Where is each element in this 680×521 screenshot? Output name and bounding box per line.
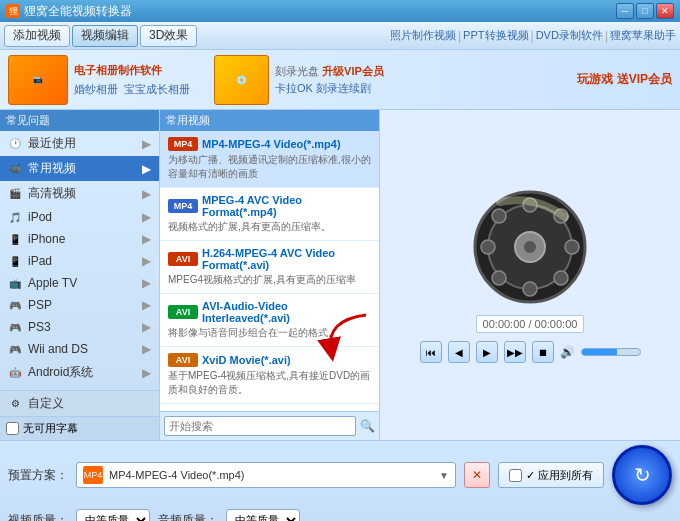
no-subtitle-label: 无可用字幕 bbox=[23, 421, 78, 436]
convert-button[interactable]: ↻ bbox=[612, 445, 672, 505]
format-title-xvid: XviD Movie(*.avi) bbox=[202, 354, 291, 366]
middle-panel: 常用视频 MP4 MP4-MPEG-4 Video(*.mp4) 为移动广播、视… bbox=[160, 110, 380, 440]
ipod-icon: 🎵 bbox=[8, 210, 22, 224]
format-title-mp4: MP4-MPEG-4 Video(*.mp4) bbox=[202, 138, 341, 150]
dvd-btn[interactable]: DVD录制软件 bbox=[536, 28, 603, 43]
badge-mp4: MP4 bbox=[168, 137, 198, 151]
pause-button[interactable]: ▶ bbox=[476, 341, 498, 363]
iphone-icon: 📱 bbox=[8, 232, 22, 246]
ad-wedding-link[interactable]: 婚纱相册 bbox=[74, 81, 118, 98]
apply-all-label: ✓ 应用到所有 bbox=[526, 468, 593, 483]
hd-icon: 🎬 bbox=[8, 187, 22, 201]
format-item-lossless[interactable]: AVI Lossless Uncompressed Avi(*.avi) 主要用… bbox=[160, 404, 379, 411]
app-title: 狸窝全能视频转换器 bbox=[24, 3, 132, 20]
close-button[interactable]: ✕ bbox=[656, 3, 674, 19]
stop-button[interactable]: ⏹ bbox=[532, 341, 554, 363]
apply-all-checkbox[interactable]: ✓ 应用到所有 bbox=[498, 462, 604, 488]
preset-dropdown-icon[interactable]: ▼ bbox=[439, 470, 449, 481]
ppt-btn[interactable]: PPT转换视频 bbox=[463, 28, 528, 43]
ipad-icon: 📱 bbox=[8, 254, 22, 268]
apply-all-check[interactable] bbox=[509, 469, 522, 482]
svg-point-11 bbox=[492, 271, 506, 285]
no-subtitle-check[interactable] bbox=[6, 422, 19, 435]
format-item-h264[interactable]: AVI H.264-MPEG-4 AVC Video Format(*.avi)… bbox=[160, 241, 379, 294]
apple-helper-btn[interactable]: 狸窝苹果助手 bbox=[610, 28, 676, 43]
common-video-label: 常用视频 bbox=[166, 113, 210, 128]
sidebar-item-ps3[interactable]: 🎮 PS3 ▶ bbox=[0, 316, 159, 338]
game-vip-text: 玩游戏 送VIP会员 bbox=[577, 71, 672, 88]
preset-bar[interactable]: MP4 MP4-MPEG-4 Video(*.mp4) ▼ bbox=[76, 462, 456, 488]
sidebar-item-hd[interactable]: 🎬 高清视频 ▶ bbox=[0, 181, 159, 206]
sidebar-item-ipod[interactable]: 🎵 iPod ▶ bbox=[0, 206, 159, 228]
ad-baby-link[interactable]: 宝宝成长相册 bbox=[124, 81, 190, 98]
format-list: MP4 MP4-MPEG-4 Video(*.mp4) 为移动广播、视频通讯定制… bbox=[160, 131, 379, 411]
audio-quality-select[interactable]: 中等质量 bbox=[226, 509, 300, 521]
sidebar-item-common[interactable]: 📹 常用视频 ▶ bbox=[0, 156, 159, 181]
sidebar-item-recent[interactable]: 🕐 最近使用 ▶ bbox=[0, 131, 159, 156]
svg-point-12 bbox=[554, 271, 568, 285]
format-title-avc: MPEG-4 AVC Video Format(*.mp4) bbox=[202, 194, 371, 218]
problem-label: 常见问题 bbox=[6, 113, 50, 128]
clear-preset-button[interactable]: ✕ bbox=[464, 462, 490, 488]
ad-card-link[interactable]: 卡拉OK 刻录连续剧 bbox=[275, 82, 371, 94]
minimize-button[interactable]: ─ bbox=[616, 3, 634, 19]
no-subtitle-checkbox[interactable]: 无可用字幕 bbox=[0, 416, 159, 440]
format-item-mp4[interactable]: MP4 MP4-MPEG-4 Video(*.mp4) 为移动广播、视频通讯定制… bbox=[160, 131, 379, 188]
format-item-xvid[interactable]: AVI XviD Movie(*.avi) 基于MPEG-4视频压缩格式,具有接… bbox=[160, 347, 379, 404]
format-desc-mp4: 为移动广播、视频通讯定制的压缩标准,很小的容量却有清晰的画质 bbox=[168, 153, 371, 181]
video-edit-button[interactable]: 视频编辑 bbox=[72, 25, 138, 47]
wii-icon: 🎮 bbox=[8, 342, 22, 356]
format-item-avi[interactable]: AVI AVI-Audio-Video Interleaved(*.avi) 将… bbox=[160, 294, 379, 347]
vip-block[interactable]: 玩游戏 送VIP会员 bbox=[577, 71, 672, 88]
ad-photo-title[interactable]: 电子相册制作软件 bbox=[74, 62, 190, 79]
sidebar-item-psp[interactable]: 🎮 PSP ▶ bbox=[0, 294, 159, 316]
svg-point-9 bbox=[492, 209, 506, 223]
play-button[interactable]: ⏮ bbox=[420, 341, 442, 363]
forward-button[interactable]: ▶▶ bbox=[504, 341, 526, 363]
ad-vip-link[interactable]: 升级VIP会员 bbox=[322, 65, 384, 77]
appletv-icon: 📺 bbox=[8, 276, 22, 290]
format-desc-avi: 将影像与语音同步组合在一起的格式。 bbox=[168, 326, 371, 340]
add-video-button[interactable]: 添加视频 bbox=[4, 25, 70, 47]
ad-photo-icon: 📷 bbox=[8, 55, 68, 105]
sidebar-item-appletv[interactable]: 📺 Apple TV ▶ bbox=[0, 272, 159, 294]
ads-bar: 📷 电子相册制作软件 婚纱相册 宝宝成长相册 💿 刻录光盘 升级VIP会员 卡拉… bbox=[0, 50, 680, 110]
psp-icon: 🎮 bbox=[8, 298, 22, 312]
svg-point-6 bbox=[523, 282, 537, 296]
format-desc-h264: MPEG4视频格式的扩展,具有更高的压缩率 bbox=[168, 273, 371, 287]
video-quality-select[interactable]: 中等质量 bbox=[76, 509, 150, 521]
svg-point-4 bbox=[524, 241, 536, 253]
badge-h264: AVI bbox=[168, 252, 198, 266]
bottom-panel: 预置方案： MP4 MP4-MPEG-4 Video(*.mp4) ▼ ✕ ✓ … bbox=[0, 440, 680, 521]
badge-avi: AVI bbox=[168, 305, 198, 319]
sidebar-item-ipad[interactable]: 📱 iPad ▶ bbox=[0, 250, 159, 272]
search-icon: 🔍 bbox=[360, 419, 375, 433]
ad-dvd-text: 刻录光盘 bbox=[275, 65, 319, 77]
badge-xvid: AVI bbox=[168, 353, 198, 367]
sidebar-item-iphone[interactable]: 📱 iPhone ▶ bbox=[0, 228, 159, 250]
badge-avc: MP4 bbox=[168, 199, 198, 213]
format-desc-xvid: 基于MPEG-4视频压缩格式,具有接近DVD的画质和良好的音质。 bbox=[168, 369, 371, 397]
rewind-button[interactable]: ◀ bbox=[448, 341, 470, 363]
photo-video-btn[interactable]: 照片制作视频 bbox=[390, 28, 456, 43]
custom-define[interactable]: ⚙ 自定义 bbox=[0, 390, 159, 416]
format-title-avi: AVI-Audio-Video Interleaved(*.avi) bbox=[202, 300, 371, 324]
preset-label: 预置方案： bbox=[8, 467, 68, 484]
app-icon: 狸 bbox=[6, 4, 20, 18]
search-input[interactable] bbox=[164, 416, 356, 436]
effect-button[interactable]: 3D效果 bbox=[140, 25, 197, 47]
sidebar-item-wii[interactable]: 🎮 Wii and DS ▶ bbox=[0, 338, 159, 360]
android-icon: 🤖 bbox=[8, 366, 22, 380]
maximize-button[interactable]: □ bbox=[636, 3, 654, 19]
toolbar: 添加视频 视频编辑 3D效果 照片制作视频 | PPT转换视频 | DVD录制软… bbox=[0, 22, 680, 50]
time-display: 00:00:00 / 00:00:00 bbox=[476, 315, 585, 333]
format-desc-avc: 视频格式的扩展,具有更高的压缩率。 bbox=[168, 220, 371, 234]
video-quality-label: 视频质量： bbox=[8, 512, 68, 522]
format-item-avc[interactable]: MP4 MPEG-4 AVC Video Format(*.mp4) 视频格式的… bbox=[160, 188, 379, 241]
left-header: 常见问题 bbox=[0, 110, 159, 131]
sidebar-item-android[interactable]: 🤖 Android系统 ▶ bbox=[0, 360, 159, 385]
volume-slider[interactable] bbox=[581, 348, 641, 356]
audio-quality-label: 音频质量： bbox=[158, 512, 218, 522]
custom-icon: ⚙ bbox=[8, 397, 22, 411]
left-panel: 常见问题 🕐 最近使用 ▶ 📹 常用视频 ▶ 🎬 高清视频 ▶ 🎵 iPod ▶ bbox=[0, 110, 160, 440]
